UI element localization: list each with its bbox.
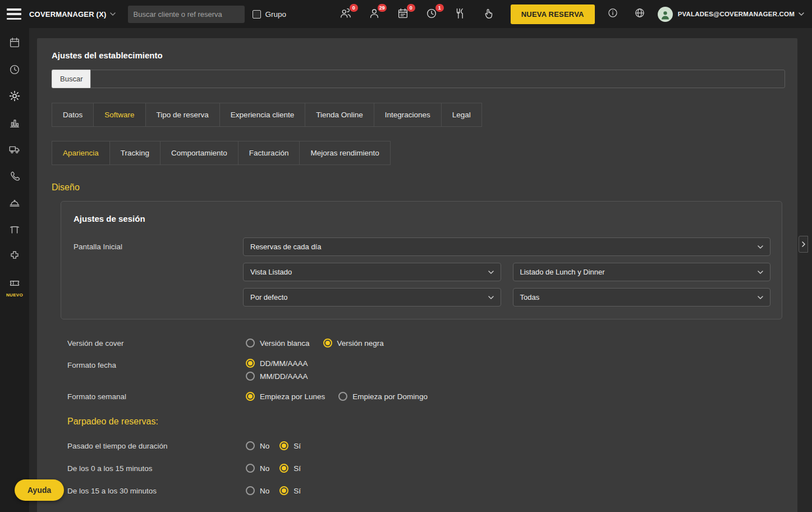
option-label: Sí: [293, 442, 301, 450]
option-si[interactable]: Sí: [279, 441, 301, 450]
tab-experiencia-cliente[interactable]: Experiencia cliente: [219, 103, 305, 127]
date-format-label: Formato fecha: [67, 359, 246, 369]
option-no[interactable]: No: [246, 486, 269, 495]
main-viewport: Ajustes del establecimiento Buscar Datos…: [29, 28, 812, 512]
service-button[interactable]: [483, 7, 496, 21]
option-mmddaaaa[interactable]: MM/DD/AAAA: [246, 372, 308, 381]
phone-icon: [8, 170, 21, 182]
radio-icon[interactable]: [338, 392, 347, 401]
radio-icon[interactable]: [246, 339, 255, 348]
settings-search-button[interactable]: Buscar: [52, 70, 90, 88]
option-ddmmaaaa[interactable]: DD/MM/AAAA: [246, 359, 308, 368]
panel-expand-handle[interactable]: [799, 236, 808, 253]
radio-icon[interactable]: [279, 464, 288, 473]
radio-icon[interactable]: [246, 392, 255, 401]
view-mode-select[interactable]: Vista Listado: [243, 263, 501, 281]
grupo-checkbox[interactable]: [253, 10, 261, 19]
option-label: Sí: [293, 464, 301, 473]
settings-search-row: Buscar: [52, 70, 785, 88]
radio-icon[interactable]: [246, 441, 255, 450]
cover-version-row: Versión de cover Versión blanca Versión …: [67, 336, 785, 350]
topbar: COVERMANAGER (X) Grupo 0 29 0: [0, 0, 812, 28]
option-no[interactable]: No: [246, 464, 269, 473]
info-button[interactable]: [607, 7, 621, 21]
chevron-down-icon: [758, 245, 763, 249]
gear-icon: [8, 90, 21, 102]
option-empieza-lunes[interactable]: Empieza por Lunes: [246, 392, 325, 401]
view-mode-value: Vista Listado: [250, 268, 292, 276]
sidebar-item-calendar[interactable]: [8, 36, 21, 49]
option-label: No: [260, 442, 269, 450]
option-label: Empieza por Lunes: [260, 392, 325, 401]
radio-icon[interactable]: [246, 372, 255, 381]
initial-screen-value: Reservas de cada día: [250, 243, 321, 251]
cover-version-label: Versión de cover: [67, 339, 246, 348]
truck-icon: [8, 143, 21, 156]
sidebar-item-settings[interactable]: [8, 90, 21, 102]
option-label: Sí: [293, 487, 301, 495]
sidebar-item-history[interactable]: [8, 63, 21, 76]
option-empieza-domingo[interactable]: Empieza por Domingo: [338, 392, 428, 401]
notifications-button[interactable]: 29: [368, 7, 382, 21]
date-format-row: Formato fecha DD/MM/AAAA MM/DD/AAAA: [67, 359, 785, 381]
radio-icon[interactable]: [279, 486, 288, 495]
tab-software[interactable]: Software: [93, 103, 145, 127]
radio-icon[interactable]: [246, 359, 255, 368]
sidebar-item-delivery[interactable]: [8, 143, 21, 156]
bookings-badge: 0: [407, 4, 415, 12]
sidebar-item-calls[interactable]: [8, 170, 21, 182]
option-version-blanca[interactable]: Versión blanca: [246, 339, 310, 348]
tab-legal[interactable]: Legal: [441, 103, 482, 127]
subtab-tracking[interactable]: Tracking: [109, 141, 160, 165]
help-button[interactable]: Ayuda: [15, 479, 64, 501]
bookings-button[interactable]: 0: [397, 7, 410, 21]
option-no[interactable]: No: [246, 441, 269, 450]
radio-icon[interactable]: [246, 464, 255, 473]
user-avatar[interactable]: [658, 7, 673, 22]
list-type-select[interactable]: Listado de Lunch y Dinner: [513, 263, 771, 281]
sidebar-item-reports[interactable]: [8, 117, 21, 129]
brand-selector[interactable]: COVERMANAGER (X): [29, 10, 116, 19]
user-menu-chevron-icon[interactable]: [799, 12, 804, 16]
option-si[interactable]: Sí: [279, 464, 301, 473]
new-reservation-button[interactable]: NUEVA RESERVA: [511, 4, 595, 24]
language-button[interactable]: [634, 7, 648, 21]
grupo-filter[interactable]: Grupo: [253, 10, 287, 19]
initial-screen-select[interactable]: Reservas de cada día: [243, 237, 770, 256]
option-label: MM/DD/AAAA: [260, 372, 308, 381]
blink-row-label: De los 0 a los 15 minutos: [67, 464, 246, 473]
default-select[interactable]: Por defecto: [243, 288, 501, 307]
tab-tipo-de-reserva[interactable]: Tipo de reserva: [145, 103, 220, 127]
radio-icon[interactable]: [246, 486, 255, 495]
option-si[interactable]: Sí: [279, 486, 301, 495]
tab-integraciones[interactable]: Integraciones: [374, 103, 442, 127]
subtab-facturacion[interactable]: Facturación: [238, 141, 300, 165]
history-clock-icon: [8, 63, 21, 76]
subtab-comportamiento[interactable]: Comportamiento: [160, 141, 238, 165]
sidebar-item-integrations[interactable]: [8, 250, 21, 262]
list-type-value: Listado de Lunch y Dinner: [520, 268, 605, 276]
brand-name: COVERMANAGER (X): [29, 10, 107, 19]
clients-button[interactable]: 0: [340, 7, 353, 21]
client-search-input[interactable]: [128, 6, 245, 23]
tab-datos[interactable]: Datos: [52, 103, 94, 127]
settings-search-input[interactable]: [90, 70, 785, 88]
pending-button[interactable]: 1: [425, 7, 439, 21]
blink-heading: Parpadeo de reservas:: [67, 417, 785, 427]
radio-icon[interactable]: [323, 339, 332, 348]
blink-row-label: Pasado el tiempo de duración: [67, 442, 246, 450]
option-label: No: [260, 487, 269, 495]
subtab-mejoras-rendimiento[interactable]: Mejoras rendimiento: [299, 141, 390, 165]
user-email[interactable]: PVALADES@COVERMANAGER.COM: [678, 11, 795, 17]
radio-icon[interactable]: [279, 441, 288, 450]
sidebar-item-tables[interactable]: [8, 223, 21, 236]
sidebar-item-promotions[interactable]: [8, 277, 21, 289]
settings-panel: Ajustes del establecimiento Buscar Datos…: [37, 38, 797, 512]
zones-select[interactable]: Todas: [513, 288, 771, 307]
sidebar-item-service[interactable]: [8, 196, 21, 209]
tab-tienda-online[interactable]: Tienda Online: [305, 103, 374, 127]
menu-icon[interactable]: [7, 8, 21, 20]
restaurant-button[interactable]: [454, 7, 467, 21]
subtab-apariencia[interactable]: Apariencia: [52, 141, 110, 165]
option-version-negra[interactable]: Versión negra: [323, 339, 384, 348]
